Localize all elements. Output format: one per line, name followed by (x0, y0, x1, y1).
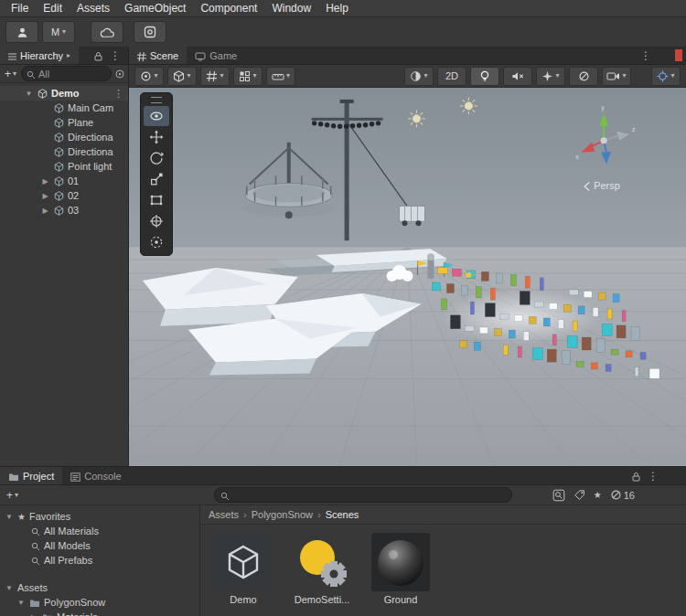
tool-settings-button[interactable]: ▾ (134, 67, 164, 86)
alert-indicator[interactable] (675, 49, 682, 61)
saved-search-icon (31, 555, 40, 566)
search-by-label-icon[interactable] (573, 489, 585, 502)
menu-assets[interactable]: Assets (70, 1, 117, 16)
light-icon (54, 132, 64, 143)
camera-settings-button[interactable]: ▾ (602, 67, 631, 86)
scene-render: x y z Persp (129, 88, 686, 466)
workspace-label: M (51, 27, 59, 37)
create-object-button[interactable]: +▾ (3, 68, 18, 80)
search-by-type-icon[interactable] (552, 488, 565, 501)
axis-z-label: z (632, 126, 636, 133)
tab-hierarchy[interactable]: Hierarchy ▸ (0, 47, 79, 64)
sun-prop[interactable] (462, 269, 475, 281)
breadcrumb-scenes[interactable]: Scenes (326, 509, 359, 520)
folder-materials[interactable]: ▶ Materials (0, 610, 199, 616)
cloud-button[interactable] (91, 21, 123, 43)
item-label: All Materials (44, 526, 99, 536)
pane-kebab-icon[interactable]: ⋮ (637, 49, 655, 62)
create-asset-button[interactable]: +▾ (5, 489, 20, 502)
expand-arrow-icon[interactable]: ▼ (24, 90, 34, 98)
hierarchy-item[interactable]: Directiona (0, 144, 128, 159)
lighting-toggle-button[interactable] (470, 67, 499, 86)
menu-window[interactable]: Window (264, 1, 318, 16)
menu-component[interactable]: Component (193, 1, 264, 16)
breadcrumb-polygonsnow[interactable]: PolygonSnow (252, 509, 313, 520)
draw-mode-button[interactable]: ▾ (404, 67, 434, 86)
folder-polygonsnow[interactable]: ▼ PolygonSnow (0, 595, 199, 610)
asset-item-demo[interactable]: Demo (211, 533, 275, 605)
hierarchy-item[interactable]: ▶ 03 (0, 203, 128, 218)
favorites-root[interactable]: ▼ ★ Favorites (0, 509, 199, 524)
hierarchy-scene-row[interactable]: ▼ Demo ⋮ (0, 86, 128, 101)
gizmos-button[interactable]: ▾ (651, 67, 681, 86)
shaded-mode-icon (410, 69, 422, 82)
tab-game[interactable]: Game (187, 47, 245, 64)
expand-arrow-icon[interactable]: ▼ (5, 513, 14, 521)
asset-item-demosettings[interactable]: DemoSetti... (290, 533, 354, 605)
collapsed-arrow-icon[interactable]: ▶ (40, 177, 50, 186)
sky (129, 88, 686, 248)
handle-orientation-button[interactable]: ▾ (167, 67, 197, 86)
expand-arrow-icon[interactable]: ▼ (5, 584, 14, 592)
scale-tool-button[interactable] (144, 169, 169, 189)
favorite-all-prefabs[interactable]: All Prefabs (0, 553, 199, 568)
collapsed-arrow-icon[interactable]: ▶ (29, 613, 38, 616)
menu-edit[interactable]: Edit (36, 1, 70, 16)
scene-kebab-icon[interactable]: ⋮ (113, 88, 128, 100)
effects-toggle-button[interactable]: ▾ (536, 67, 565, 86)
audio-toggle-button[interactable] (503, 67, 532, 86)
rect-tool-button[interactable] (144, 190, 169, 210)
chevron-down-icon: ▾ (555, 72, 559, 80)
2d-toggle-button[interactable]: 2D (437, 67, 466, 86)
search-icon (27, 68, 36, 79)
snap-toggle-button[interactable]: ▾ (233, 67, 263, 86)
pane-kebab-icon[interactable]: ⋮ (644, 470, 662, 483)
menu-gameobject[interactable]: GameObject (117, 1, 193, 16)
favorite-all-materials[interactable]: All Materials (0, 524, 199, 538)
hierarchy-item[interactable]: ▶ 01 (0, 174, 128, 188)
collapsed-arrow-icon[interactable]: ▶ (40, 207, 50, 215)
scene-dock-strip: Scene Game ⋮ (129, 47, 686, 65)
scene-visibility-button[interactable] (569, 67, 598, 86)
assets-root[interactable]: ▼ Assets (0, 580, 199, 595)
breadcrumb-assets[interactable]: Assets (209, 509, 239, 520)
grid-visibility-button[interactable]: ▾ (200, 67, 230, 86)
snap-increment-button[interactable]: ▾ (266, 67, 295, 86)
hierarchy-item[interactable]: Directiona (0, 130, 128, 144)
tab-scene[interactable]: Scene (129, 47, 187, 64)
overlay-drag-handle[interactable] (151, 97, 162, 103)
lock-icon[interactable] (632, 470, 640, 482)
workspace-dropdown[interactable]: M ▾ (42, 21, 75, 43)
tab-project[interactable]: Project (0, 467, 62, 484)
favorite-all-models[interactable]: All Models (0, 538, 199, 553)
hierarchy-item[interactable]: Plane (0, 115, 128, 130)
hierarchy-item[interactable]: ▶ 02 (0, 188, 128, 203)
save-search-star-icon[interactable]: ★ (594, 490, 602, 500)
lock-icon[interactable] (94, 49, 102, 61)
hierarchy-item[interactable]: Point light (0, 159, 128, 174)
project-search-input[interactable] (214, 487, 512, 503)
pane-kebab-icon[interactable]: ⋮ (106, 49, 124, 62)
item-label: All Models (44, 540, 91, 551)
move-tool-button[interactable] (144, 127, 169, 147)
transform-tool-button[interactable] (144, 211, 169, 231)
chevron-down-icon: ▾ (423, 72, 427, 80)
rotate-tool-button[interactable] (144, 148, 169, 168)
account-button[interactable] (5, 21, 38, 43)
tab-console[interactable]: Console (62, 467, 129, 484)
menu-file[interactable]: File (4, 1, 36, 16)
expand-arrow-icon[interactable]: ▼ (16, 599, 26, 607)
collapsed-arrow-icon[interactable]: ▶ (40, 192, 50, 200)
asset-item-ground[interactable]: Ground (369, 533, 433, 605)
menu-help[interactable]: Help (318, 1, 356, 16)
hierarchy-item[interactable]: Main Cam (0, 101, 128, 115)
hierarchy-tree: ▼ Demo ⋮ Main Cam Plane (0, 83, 128, 466)
custom-tool-button[interactable] (144, 232, 169, 252)
scene-3d-viewport[interactable]: x y z Persp (129, 88, 686, 466)
view-tool-button[interactable] (144, 106, 169, 126)
services-button[interactable] (134, 21, 166, 43)
search-options-icon[interactable] (114, 68, 125, 80)
hierarchy-search-input[interactable]: All (21, 66, 112, 81)
project-dock-strip: Project Console ⋮ (0, 467, 686, 485)
hidden-count-toggle[interactable]: 16 (610, 489, 635, 502)
